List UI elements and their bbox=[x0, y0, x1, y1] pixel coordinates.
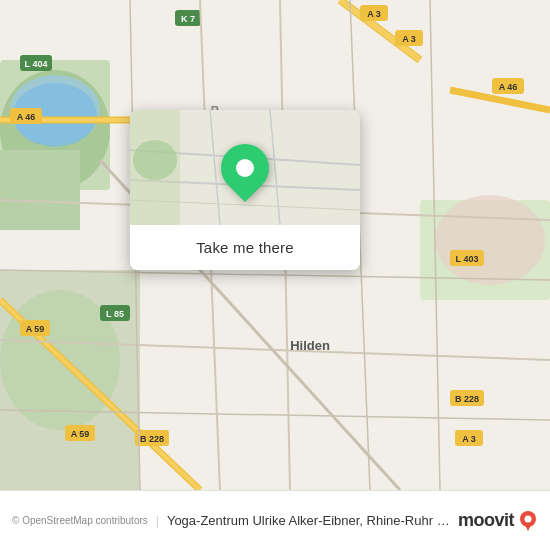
svg-point-64 bbox=[525, 515, 532, 522]
svg-text:A 59: A 59 bbox=[71, 429, 90, 439]
map-pin-inner bbox=[236, 159, 254, 177]
svg-text:A 59: A 59 bbox=[26, 324, 45, 334]
svg-text:K 7: K 7 bbox=[181, 14, 195, 24]
copyright-text: © OpenStreetMap contributors bbox=[12, 515, 148, 526]
moovit-pin-icon bbox=[518, 511, 538, 531]
svg-text:Hilden: Hilden bbox=[290, 338, 330, 353]
take-me-there-button[interactable]: Take me there bbox=[130, 225, 360, 270]
svg-point-9 bbox=[435, 195, 545, 285]
svg-marker-65 bbox=[525, 525, 531, 531]
svg-point-62 bbox=[133, 140, 177, 180]
svg-text:B 228: B 228 bbox=[140, 434, 164, 444]
moovit-text: moovit bbox=[458, 510, 514, 531]
svg-text:A 3: A 3 bbox=[402, 34, 416, 44]
svg-text:L 85: L 85 bbox=[106, 309, 124, 319]
location-popup: Take me there bbox=[130, 110, 360, 270]
svg-text:L 404: L 404 bbox=[25, 59, 48, 69]
svg-text:A 46: A 46 bbox=[17, 112, 36, 122]
bottom-bar: © OpenStreetMap contributors | Yoga-Zent… bbox=[0, 490, 550, 550]
svg-text:L 403: L 403 bbox=[456, 254, 479, 264]
svg-text:B 228: B 228 bbox=[455, 394, 479, 404]
copyright-label: © OpenStreetMap contributors bbox=[12, 515, 148, 526]
svg-text:A 46: A 46 bbox=[499, 82, 518, 92]
svg-text:A 3: A 3 bbox=[462, 434, 476, 444]
location-name-label: Yoga-Zentrum Ulrike Alker-Eibner, Rhine-… bbox=[167, 513, 450, 528]
map-container: A 3 A 46 A 46 L 404 K 7 A 3 L 403 B 228 bbox=[0, 0, 550, 490]
popup-map-preview bbox=[130, 110, 360, 225]
svg-rect-3 bbox=[0, 150, 80, 230]
svg-text:A 3: A 3 bbox=[367, 9, 381, 19]
moovit-logo: moovit bbox=[458, 510, 538, 531]
